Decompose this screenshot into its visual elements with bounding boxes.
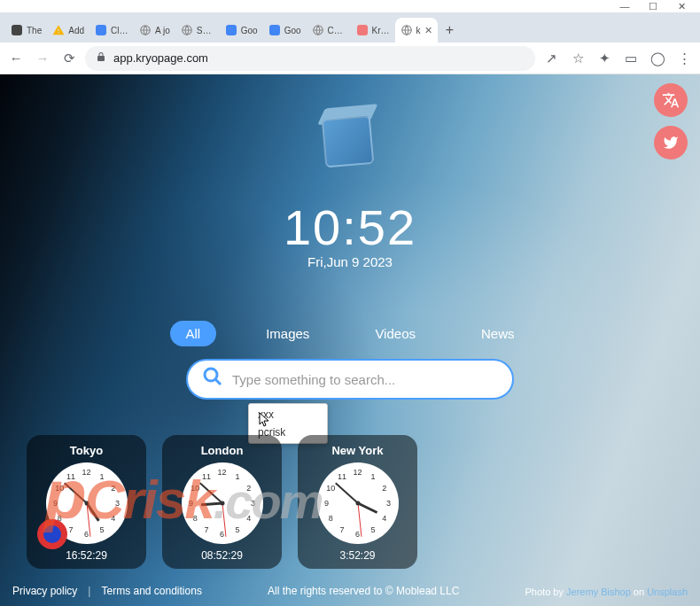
new-tab-button[interactable]: + (438, 18, 463, 43)
search-icon (202, 366, 223, 392)
tab-title: Click (111, 26, 128, 35)
mouse-cursor-icon (259, 412, 271, 431)
nav-back-button[interactable]: ← (5, 48, 27, 69)
watermark-badge-icon (37, 519, 67, 549)
window-maximize-button[interactable]: ☐ (647, 1, 659, 12)
browser-toolbar: ← → ⟳ app.kryopage.com ↗ ☆ ✦ ▭ ◯ ⋮ (0, 43, 700, 74)
tab-favicon-icon (401, 24, 413, 36)
tab-title: k (416, 26, 421, 35)
privacy-policy-link[interactable]: Privacy policy (12, 585, 77, 597)
search-tab-news[interactable]: News (465, 321, 531, 346)
tab-title: Goo (284, 26, 301, 35)
clock-digital-time: 3:52:29 (305, 549, 410, 562)
browser-tab-8[interactable]: Kryo (351, 18, 395, 43)
search-tab-videos[interactable]: Videos (359, 321, 432, 346)
tab-favicon-icon (11, 24, 23, 36)
side-panel-icon[interactable]: ▭ (620, 48, 642, 69)
copyright-text: All the rights reserved to © Moblead LLC (202, 585, 525, 597)
nav-forward-button[interactable]: → (32, 48, 53, 69)
world-clocks: Tokyo12345678910111216:52:29London123456… (27, 435, 417, 569)
tab-title: A jo (155, 26, 170, 35)
svg-point-4 (205, 369, 217, 381)
browser-tab-9[interactable]: k✕ (395, 18, 438, 43)
clock-city-label: London (169, 444, 275, 457)
photo-credit: Photo by Jeremy Bishop on Unsplash (525, 587, 688, 597)
main-clock-time: 10:52 (0, 198, 700, 256)
tab-title: Com (328, 26, 346, 35)
window-close-button[interactable]: ✕ (675, 1, 688, 12)
tab-title: Add (68, 26, 84, 35)
share-icon[interactable]: ↗ (541, 48, 562, 69)
window-minimize-button[interactable]: — (618, 1, 631, 12)
tab-favicon-icon (139, 24, 152, 36)
search-category-tabs: AllImagesVideosNews (0, 321, 700, 346)
tab-title: Scor (197, 26, 214, 35)
browser-tab-7[interactable]: Com (307, 18, 351, 43)
world-clock-tokyo: Tokyo12345678910111216:52:29 (27, 435, 146, 569)
window-titlebar: — ☐ ✕ (0, 0, 700, 12)
svg-line-5 (215, 379, 221, 385)
tab-favicon-icon (312, 24, 324, 36)
search-input[interactable] (232, 372, 498, 387)
browser-tab-2[interactable]: Click (89, 18, 134, 43)
profile-avatar-icon[interactable]: ◯ (647, 48, 668, 69)
clock-city-label: New York (305, 444, 410, 457)
photo-author-link[interactable]: Jeremy Bishop (566, 587, 631, 597)
browser-tab-3[interactable]: A jo (134, 18, 175, 43)
clock-face: 123456789101112 (317, 462, 399, 544)
extensions-puzzle-icon[interactable]: ✦ (594, 48, 615, 69)
tab-favicon-icon (268, 24, 281, 36)
tab-favicon-icon (52, 24, 65, 36)
search-tab-all[interactable]: All (170, 321, 217, 346)
tab-title: Goo (241, 26, 258, 35)
tab-favicon-icon (181, 24, 193, 36)
clock-face: 123456789101112 (182, 462, 263, 544)
page-footer: Privacy policy | Terms and conditions Al… (0, 585, 700, 602)
world-clock-london: London12345678910111208:52:29 (162, 435, 282, 569)
tab-favicon-icon (356, 24, 369, 36)
browser-tabstrip: TheAddClickA joScorGooGooComKryok✕+ (0, 12, 700, 43)
address-bar[interactable]: app.kryopage.com (85, 46, 535, 71)
clock-digital-time: 08:52:29 (169, 549, 275, 562)
search-tab-images[interactable]: Images (250, 321, 325, 346)
world-clock-new-york: New York1234567891011123:52:29 (298, 435, 417, 569)
page-content: 10:52 Fri,Jun 9 2023 AllImagesVideosNews… (0, 74, 700, 606)
browser-tab-5[interactable]: Goo (220, 18, 263, 43)
app-logo (315, 110, 385, 181)
browser-tab-0[interactable]: The (5, 18, 47, 43)
tab-favicon-icon (95, 24, 107, 36)
browser-tab-4[interactable]: Scor (175, 18, 220, 43)
terms-link[interactable]: Terms and conditions (101, 585, 201, 597)
browser-tab-6[interactable]: Goo (263, 18, 307, 43)
browser-tab-1[interactable]: Add (47, 18, 89, 43)
tab-favicon-icon (225, 24, 237, 36)
clock-digital-time: 16:52:29 (34, 549, 139, 562)
nav-reload-button[interactable]: ⟳ (58, 48, 80, 69)
tab-title: The (27, 26, 42, 35)
tab-close-icon[interactable]: ✕ (424, 25, 432, 36)
lock-icon (96, 51, 106, 65)
tab-title: Kryo (372, 26, 390, 35)
main-clock-date: Fri,Jun 9 2023 (0, 254, 700, 269)
search-bar[interactable] (186, 359, 514, 400)
clock-city-label: Tokyo (34, 444, 139, 457)
menu-kebab-icon[interactable]: ⋮ (673, 48, 695, 69)
photo-site-link[interactable]: Unsplash (647, 587, 688, 597)
bookmark-star-icon[interactable]: ☆ (567, 48, 588, 69)
url-text: app.kryopage.com (113, 51, 525, 65)
